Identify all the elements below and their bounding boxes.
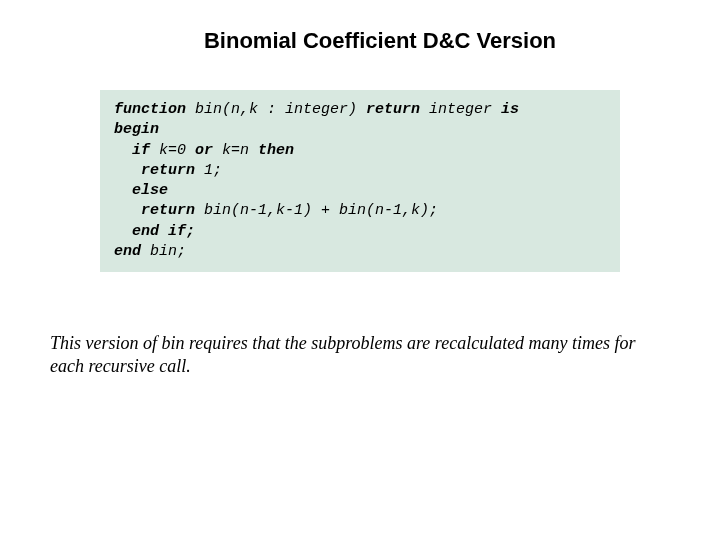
page-title: Binomial Coefficient D&C Version [0, 0, 720, 54]
code-text: bin(n-1,k-1) + bin(n-1,k); [195, 202, 438, 219]
code-kw: is [501, 101, 519, 118]
code-kw: or [195, 142, 213, 159]
code-text: bin; [141, 243, 186, 260]
code-text: k=0 [150, 142, 195, 159]
code-kw: return [366, 101, 420, 118]
code-kw: end if; [114, 223, 195, 240]
code-kw: function [114, 101, 186, 118]
code-kw: return [114, 202, 195, 219]
code-kw: return [114, 162, 195, 179]
code-kw: begin [114, 121, 159, 138]
code-text: bin(n,k : integer) [186, 101, 366, 118]
code-text: k=n [213, 142, 258, 159]
code-kw: else [114, 182, 168, 199]
code-text: integer [420, 101, 501, 118]
code-kw: then [258, 142, 294, 159]
code-kw: if [114, 142, 150, 159]
code-text: 1; [195, 162, 222, 179]
caption-text: This version of bin requires that the su… [50, 332, 670, 379]
code-block: function bin(n,k : integer) return integ… [100, 90, 620, 272]
code-kw: end [114, 243, 141, 260]
